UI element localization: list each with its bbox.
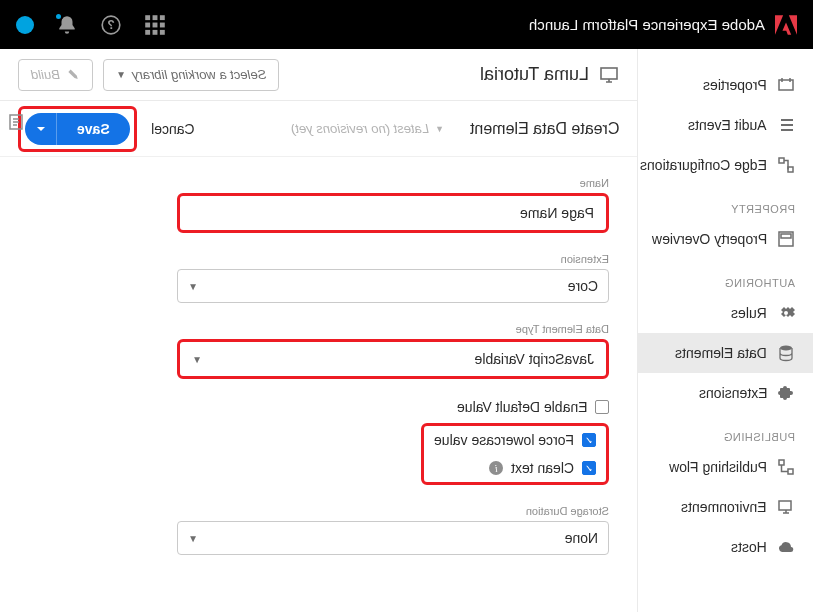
data-elements-icon bbox=[777, 344, 795, 362]
list-icon bbox=[777, 116, 795, 134]
chevron-down-icon: ▼ bbox=[435, 124, 444, 134]
checkbox-unchecked-icon[interactable] bbox=[595, 400, 609, 414]
adobe-logo-icon bbox=[775, 14, 797, 36]
sidebar-header-authoring: AUTHORING bbox=[638, 259, 813, 293]
environments-icon bbox=[777, 498, 795, 516]
chevron-down-icon: ▼ bbox=[192, 354, 202, 365]
monitor-icon bbox=[599, 65, 619, 85]
storage-label: Storage Duration bbox=[177, 505, 609, 517]
svg-rect-3 bbox=[145, 22, 150, 27]
property-title: Luma Tutorial bbox=[480, 64, 589, 85]
svg-rect-18 bbox=[788, 469, 793, 474]
svg-rect-1 bbox=[153, 15, 158, 20]
sidebar-item-rules[interactable]: Rules bbox=[638, 293, 813, 333]
left-nav-sidebar: Properties Audit Events Edge Configurati… bbox=[637, 49, 813, 612]
apps-grid-icon[interactable] bbox=[144, 14, 166, 36]
svg-point-16 bbox=[780, 346, 792, 351]
extension-select[interactable]: Core ▼ bbox=[177, 269, 609, 303]
checkbox-checked-icon[interactable] bbox=[582, 433, 596, 447]
name-input[interactable]: Page Name bbox=[182, 198, 604, 228]
chevron-down-icon: ▼ bbox=[188, 533, 198, 544]
storage-duration-select[interactable]: None ▼ bbox=[177, 521, 609, 555]
extensions-icon bbox=[777, 384, 795, 402]
svg-rect-5 bbox=[160, 22, 165, 27]
sidebar-item-properties[interactable]: Properties bbox=[638, 65, 813, 105]
svg-rect-7 bbox=[153, 29, 158, 34]
svg-rect-4 bbox=[153, 22, 158, 27]
page-title: Create Data Element bbox=[470, 120, 619, 138]
svg-rect-0 bbox=[145, 15, 150, 20]
sidebar-header-publishing: PUBLISHING bbox=[638, 413, 813, 447]
revision-selector[interactable]: Latest (no revisions yet) ▼ bbox=[291, 121, 444, 136]
flow-icon bbox=[777, 458, 795, 476]
help-icon[interactable]: ? bbox=[100, 14, 122, 36]
svg-rect-12 bbox=[779, 158, 784, 163]
force-lowercase-checkbox-row[interactable]: Force lowercase value bbox=[434, 432, 596, 448]
svg-rect-15 bbox=[781, 234, 791, 238]
name-label: Name bbox=[177, 177, 609, 189]
sidebar-item-environments[interactable]: Environments bbox=[638, 487, 813, 527]
chevron-down-icon: ▼ bbox=[188, 281, 198, 292]
notifications-icon[interactable] bbox=[56, 14, 78, 36]
properties-icon bbox=[777, 76, 795, 94]
save-button[interactable]: Save bbox=[57, 113, 130, 145]
cancel-button[interactable]: Cancel bbox=[151, 121, 195, 137]
checkbox-checked-icon[interactable] bbox=[582, 461, 596, 475]
info-icon[interactable] bbox=[489, 461, 503, 475]
sidebar-header-property: PROPERTY bbox=[638, 185, 813, 219]
notes-rail-icon[interactable] bbox=[7, 113, 25, 131]
hosts-icon bbox=[777, 538, 795, 556]
data-element-type-select[interactable]: JavaScript Variable ▼ bbox=[182, 344, 604, 374]
sidebar-item-hosts[interactable]: Hosts bbox=[638, 527, 813, 567]
sidebar-item-publishing-flow[interactable]: Publishing Flow bbox=[638, 447, 813, 487]
working-library-select[interactable]: Select a working library ▼ bbox=[103, 59, 279, 91]
chevron-down-icon: ▼ bbox=[116, 69, 126, 80]
overview-icon bbox=[777, 230, 795, 248]
svg-rect-2 bbox=[160, 15, 165, 20]
svg-rect-17 bbox=[779, 460, 784, 465]
build-button[interactable]: Build bbox=[18, 59, 93, 91]
type-label: Data Element Type bbox=[177, 323, 609, 335]
svg-rect-11 bbox=[779, 80, 793, 90]
edge-icon bbox=[777, 156, 795, 174]
app-title: Adobe Experience Platform Launch bbox=[529, 16, 765, 33]
svg-rect-8 bbox=[160, 29, 165, 34]
enable-default-checkbox-row[interactable]: Enable Default Value bbox=[177, 399, 609, 415]
sidebar-item-audit-events[interactable]: Audit Events bbox=[638, 105, 813, 145]
extension-label: Extension bbox=[177, 253, 609, 265]
clean-text-checkbox-row[interactable]: Clean text bbox=[434, 460, 596, 476]
svg-rect-6 bbox=[145, 29, 150, 34]
profile-avatar[interactable] bbox=[16, 16, 34, 34]
sidebar-item-edge-config[interactable]: Edge Configurations bbox=[638, 145, 813, 185]
svg-text:?: ? bbox=[107, 18, 114, 32]
sidebar-item-data-elements[interactable]: Data Elements bbox=[638, 333, 813, 373]
rules-icon bbox=[777, 304, 795, 322]
svg-rect-20 bbox=[601, 68, 617, 79]
sidebar-item-property-overview[interactable]: Property Overview bbox=[638, 219, 813, 259]
svg-rect-19 bbox=[779, 501, 791, 510]
sidebar-item-extensions[interactable]: Extensions bbox=[638, 373, 813, 413]
